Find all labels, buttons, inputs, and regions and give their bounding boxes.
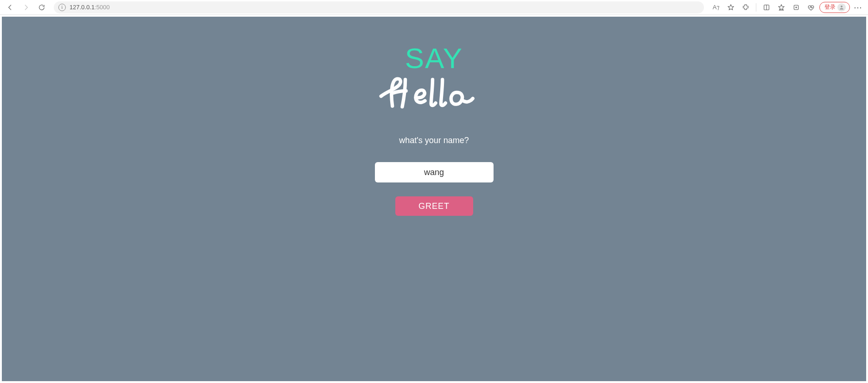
name-input[interactable] bbox=[375, 162, 494, 182]
url-host: 127.0.0.1 bbox=[70, 4, 95, 11]
greet-button[interactable]: GREET bbox=[395, 196, 473, 216]
back-button[interactable] bbox=[4, 1, 17, 14]
browser-chrome: i 127.0.0.1:5000 A⁊ 登录 bbox=[0, 0, 868, 15]
chrome-right-toolbar: A⁊ 登录 ⋯ bbox=[710, 1, 864, 14]
split-screen-button[interactable] bbox=[760, 1, 773, 14]
more-menu-button[interactable]: ⋯ bbox=[852, 2, 864, 13]
prompt-text: what's your name? bbox=[399, 136, 469, 145]
title-hello bbox=[377, 73, 491, 114]
reload-button[interactable] bbox=[35, 1, 48, 14]
address-bar[interactable]: i 127.0.0.1:5000 bbox=[54, 1, 704, 13]
read-aloud-button[interactable]: A⁊ bbox=[710, 1, 722, 14]
url-port: :5000 bbox=[95, 4, 110, 11]
title-say: SAY bbox=[405, 42, 463, 75]
page-body: SAY bbox=[2, 17, 866, 381]
performance-button[interactable] bbox=[805, 1, 817, 14]
read-aloud-icon: A⁊ bbox=[713, 4, 720, 11]
favorites-list-button[interactable] bbox=[775, 1, 788, 14]
forward-button bbox=[19, 1, 32, 14]
collections-button[interactable] bbox=[790, 1, 803, 14]
login-button[interactable]: 登录 bbox=[819, 2, 850, 13]
viewport: SAY bbox=[0, 15, 868, 383]
avatar-icon bbox=[837, 3, 846, 12]
url-text: 127.0.0.1:5000 bbox=[70, 4, 110, 11]
site-info-icon[interactable]: i bbox=[58, 4, 66, 11]
favorite-button[interactable] bbox=[724, 1, 737, 14]
extensions-button[interactable] bbox=[739, 1, 752, 14]
svg-point-6 bbox=[841, 6, 843, 7]
login-label: 登录 bbox=[824, 3, 836, 11]
toolbar-separator bbox=[756, 3, 756, 12]
